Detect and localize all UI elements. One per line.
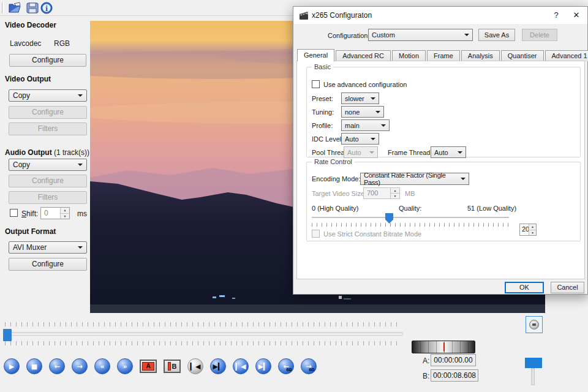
frame-threads-label: Frame Threads [388, 149, 434, 156]
stop-icon: ■ [31, 363, 37, 371]
previous-keyframe-button[interactable]: ▎◀ [233, 358, 249, 374]
tab-motion[interactable]: Motion [392, 50, 426, 61]
strict-cbr-checkbox[interactable] [312, 230, 320, 238]
toolbar-grip [2, 2, 4, 13]
profile-select[interactable]: main [341, 119, 390, 131]
spin-up-icon[interactable]: ▲ [391, 188, 399, 193]
previous-frame-button[interactable]: ← [49, 358, 65, 374]
play-button[interactable]: ▶ [4, 358, 20, 374]
output-format-configure-button[interactable]: Configure [9, 258, 87, 271]
marker-b-icon: B [172, 363, 177, 370]
spin-down-icon[interactable]: ▼ [529, 230, 536, 236]
spin-down-icon[interactable]: ▼ [391, 193, 399, 198]
tuning-select[interactable]: none [341, 106, 384, 118]
audio-output-configure-button[interactable]: Configure [9, 175, 87, 187]
tab-analysis[interactable]: Analysis [461, 50, 500, 61]
arrow-right-icon: → [77, 363, 82, 371]
idc-level-select[interactable]: Auto [341, 133, 379, 145]
general-tab-page: Basic Use advanced configuration Preset:… [296, 61, 585, 279]
video-output-configure-button[interactable]: Configure [9, 106, 87, 119]
help-button[interactable]: ? [551, 10, 562, 21]
delete-button[interactable]: Delete [522, 29, 557, 41]
spin-up-icon[interactable]: ▲ [529, 224, 536, 230]
set-marker-b-button[interactable]: B [164, 360, 181, 373]
audio-output-codec-select[interactable]: Copy [9, 159, 87, 171]
go-to-start-button[interactable]: ▎◀ [187, 358, 203, 374]
next-keyframe-button[interactable]: ▶▎ [255, 358, 271, 374]
pool-threads-select[interactable]: Auto [344, 146, 378, 158]
timeline-slider-track[interactable] [5, 332, 403, 336]
video-decoder-title: Video Decoder [5, 21, 56, 29]
marker-b-time-label: B: [423, 372, 429, 380]
arrow-left-icon: ← [54, 363, 59, 371]
timeline-slider-handle[interactable] [3, 329, 12, 341]
tuning-label: Tuning: [312, 108, 334, 116]
video-output-codec-select[interactable]: Copy [9, 89, 87, 102]
quality-slider-ticks [312, 223, 509, 227]
shift-value-stepper[interactable]: 0 ▲▼ [40, 207, 70, 219]
target-video-size-value: 700 [367, 189, 378, 197]
shift-checkbox[interactable] [10, 209, 18, 217]
save-file-icon[interactable] [26, 2, 40, 14]
quality-slider-track[interactable] [312, 217, 509, 218]
target-video-size-stepper[interactable]: 700 ▲▼ [363, 187, 400, 199]
frame-threads-select[interactable]: Auto [431, 146, 466, 158]
cancel-button[interactable]: Cancel [551, 282, 584, 293]
dialog-titlebar[interactable]: x265 Configuraton ? ✕ [293, 7, 587, 24]
shift-unit-label: ms [77, 209, 87, 218]
marker-b-time-field[interactable]: 00:00:08.608 [431, 369, 478, 382]
output-format-select[interactable]: AVI Muxer [9, 241, 87, 254]
set-marker-a-button[interactable]: A [140, 360, 157, 373]
save-as-button[interactable]: Save As [478, 29, 515, 41]
spin-up-icon[interactable]: ▲ [61, 208, 69, 213]
audio-output-filters-button[interactable]: Filters [9, 191, 87, 204]
quality-value-stepper[interactable]: 20 ▲▼ [519, 224, 537, 236]
strict-cbr-label: Use Strict Constant Bitrate Mode [323, 230, 421, 238]
marker-a-time-field[interactable]: 00:00:00.00 [431, 354, 476, 366]
chevron-down-icon [371, 97, 375, 102]
audio-output-track-count: (1 track(s)) [54, 148, 89, 157]
last-frame-icon: ▶▎ [213, 363, 224, 371]
chevron-down-icon [464, 34, 469, 39]
marker-a-time-label: A: [423, 356, 429, 365]
first-frame-icon: ▎◀ [190, 363, 201, 371]
video-decoder-configure-button[interactable]: Configure [9, 54, 86, 67]
ok-button[interactable]: OK [505, 282, 544, 293]
use-advanced-configuration-checkbox[interactable] [312, 80, 320, 88]
play-icon: ▶ [9, 363, 14, 371]
volume-slider-track[interactable] [531, 368, 535, 385]
marker-a-icon: A [142, 362, 154, 371]
volume-slider-handle[interactable] [525, 358, 542, 368]
tab-frame[interactable]: Frame [427, 50, 460, 61]
go-to-end-button[interactable]: ▶▎ [210, 358, 226, 374]
tab-quantiser[interactable]: Quantiser [501, 50, 544, 61]
rewind-button[interactable]: « [94, 358, 110, 374]
shift-label: Shift: [21, 209, 38, 218]
back-one-minute-button[interactable]: ←60 [278, 358, 294, 374]
spin-down-icon[interactable]: ▼ [61, 213, 69, 219]
preset-select[interactable]: slower [341, 92, 379, 104]
mute-toggle-button[interactable] [526, 316, 543, 333]
chevron-down-icon [78, 246, 83, 251]
next-frame-button[interactable]: → [72, 358, 88, 374]
use-advanced-configuration-label: Use advanced configuration [323, 81, 407, 88]
forward-one-minute-button[interactable]: →60 [301, 358, 317, 374]
tab-advanced-rc[interactable]: Advanced RC [336, 50, 391, 61]
configuration-row: Configuration: Custom Save As Delete [293, 24, 587, 50]
video-letterbox-bar [90, 304, 545, 313]
close-button[interactable]: ✕ [571, 10, 582, 21]
encoding-mode-select[interactable]: Constant Rate Factor (Single Pass) [360, 173, 469, 185]
configuration-select[interactable]: Custom [368, 29, 473, 41]
tab-advanced-1[interactable]: Advanced 1 [545, 50, 588, 61]
quality-slider-handle[interactable] [385, 213, 393, 224]
jog-wheel[interactable] [412, 341, 475, 353]
fast-forward-button[interactable]: » [117, 358, 133, 374]
video-output-filters-button[interactable]: Filters [9, 123, 87, 135]
chevron-down-icon [381, 124, 386, 129]
information-icon[interactable]: i [40, 2, 53, 14]
quality-low-label: 51 (Low Quality) [467, 205, 516, 212]
tab-general[interactable]: General [297, 49, 334, 61]
stop-button[interactable]: ■ [26, 358, 42, 374]
chevron-down-icon [461, 178, 466, 183]
open-file-icon[interactable] [8, 2, 23, 14]
